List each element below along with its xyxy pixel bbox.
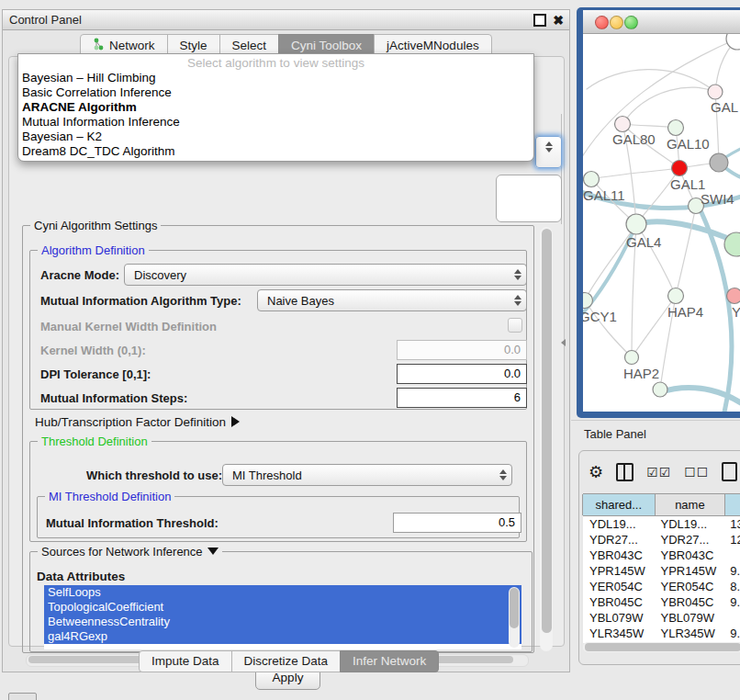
splitter-collapse-icon[interactable] bbox=[561, 339, 566, 346]
dropdown-item[interactable]: Bayesian – Hill Climbing bbox=[18, 71, 533, 85]
mi-threshold-label: Mutual Information Threshold: bbox=[46, 516, 219, 530]
network-node-gal[interactable] bbox=[708, 85, 723, 99]
mi-threshold-field[interactable]: 0.5 bbox=[393, 513, 521, 533]
mi-steps-field[interactable]: 6 bbox=[397, 388, 527, 408]
dropdown-item[interactable]: Dream8 DC_TDC Algorithm bbox=[18, 144, 533, 159]
deselect-all-checkboxes-icon[interactable]: ☐☐ bbox=[684, 465, 709, 480]
mi-algorithm-type-combo[interactable]: Naive Bayes bbox=[257, 289, 527, 311]
network-node-gal1[interactable] bbox=[672, 161, 688, 176]
threshold-definition-title: Threshold Definition bbox=[38, 435, 151, 448]
table-row[interactable]: YBR043CYBR043C bbox=[583, 548, 740, 563]
network-edge[interactable] bbox=[591, 168, 679, 179]
settings-scrollbar[interactable] bbox=[540, 227, 553, 651]
network-window-titlebar[interactable] bbox=[583, 10, 740, 34]
tab-label: Select bbox=[232, 39, 267, 52]
network-node-gal80[interactable] bbox=[615, 117, 631, 132]
node-label: SWI4 bbox=[701, 191, 734, 207]
node-label: GCY1 bbox=[583, 309, 617, 324]
table-cell: YDR27... bbox=[583, 532, 655, 548]
dropdown-item[interactable]: ARACNE Algorithm bbox=[18, 100, 533, 115]
table-cell: YER054C bbox=[583, 579, 655, 594]
which-threshold-value: MI Threshold bbox=[223, 469, 495, 482]
network-node-gal4[interactable] bbox=[626, 214, 646, 234]
aracne-mode-label: Aracne Mode: bbox=[40, 268, 119, 282]
attributes-scrollbar[interactable] bbox=[509, 587, 520, 648]
table-row[interactable]: YDL19...YDL19...13 bbox=[583, 516, 740, 532]
table-cell bbox=[723, 610, 740, 626]
table-row[interactable]: YDR27...YDR27...12 bbox=[583, 532, 740, 548]
table-cell: 9. bbox=[723, 626, 740, 641]
dropdown-item[interactable]: Bayesian – K2 bbox=[18, 130, 533, 144]
table-row[interactable]: YPR145WYPR145W9. bbox=[583, 563, 740, 579]
data-attributes-list[interactable]: SelfLoopsTopologicalCoefficientBetweenne… bbox=[44, 585, 521, 649]
network-node-gal10[interactable] bbox=[668, 120, 684, 136]
network-node[interactable] bbox=[726, 34, 740, 50]
float-panel-icon[interactable] bbox=[533, 14, 546, 27]
network-node-gcy1[interactable] bbox=[583, 293, 593, 309]
network-edge[interactable] bbox=[587, 70, 715, 92]
panel-divider[interactable] bbox=[571, 420, 740, 421]
attribute-item[interactable]: SelfLoops bbox=[44, 585, 521, 600]
attribute-item[interactable]: BetweennessCentrality bbox=[44, 615, 521, 629]
node-label: Y bbox=[732, 304, 740, 320]
dpi-tolerance-label: DPI Tolerance [0,1]: bbox=[40, 367, 151, 381]
manual-kernel-width-checkbox[interactable] bbox=[508, 318, 522, 333]
table-cell: 9. bbox=[723, 594, 740, 610]
column-header[interactable]: name bbox=[655, 494, 726, 515]
dpi-tolerance-field[interactable]: 0.0 bbox=[397, 364, 527, 384]
column-layout-icon[interactable] bbox=[616, 463, 633, 481]
attribute-item[interactable]: TopologicalCoefficient bbox=[44, 600, 521, 615]
data-attributes-label: Data Attributes bbox=[37, 570, 125, 583]
algorithm-dropdown-popup: Select algorithm to view settings Bayesi… bbox=[17, 53, 534, 162]
node-table: shared...name YDL19...YDL19...13YDR27...… bbox=[583, 493, 740, 643]
dropdown-item[interactable]: Basic Correlation Inference bbox=[18, 85, 533, 100]
network-node-hap2[interactable] bbox=[625, 351, 639, 365]
column-header[interactable] bbox=[724, 494, 740, 515]
hub-tf-definition-toggle[interactable]: Hub/Transcription Factor Definition bbox=[35, 415, 240, 429]
algorithm-dropdown-placeholder: Select algorithm to view settings bbox=[18, 54, 533, 71]
close-window-icon[interactable] bbox=[595, 16, 609, 29]
bottom-tab-impute-data[interactable]: Impute Data bbox=[139, 650, 232, 672]
network-edge[interactable] bbox=[622, 87, 715, 124]
expanded-arrow-icon bbox=[207, 548, 219, 555]
close-panel-icon[interactable]: ✖ bbox=[553, 15, 564, 26]
column-header[interactable]: shared... bbox=[582, 494, 656, 515]
bottom-tab-discretize-data[interactable]: Discretize Data bbox=[231, 650, 342, 672]
network-edge[interactable] bbox=[676, 206, 696, 296]
network-node-gal11[interactable] bbox=[584, 172, 600, 187]
table-cell: 12 bbox=[723, 532, 740, 548]
network-node-y[interactable] bbox=[727, 288, 740, 304]
which-threshold-combo[interactable]: MI Threshold bbox=[222, 464, 512, 486]
combo-spinner-icon bbox=[510, 295, 526, 306]
aracne-mode-combo[interactable]: Discovery bbox=[124, 264, 527, 286]
kernel-width-field[interactable]: 0.0 bbox=[397, 340, 527, 360]
collapsed-corner-widget[interactable] bbox=[8, 693, 37, 700]
table-settings-gear-icon[interactable]: ⚙ bbox=[589, 464, 603, 480]
control-panel-titlebar[interactable]: Control Panel ✖ bbox=[3, 10, 569, 30]
table-cell bbox=[723, 548, 740, 563]
table-cell: YBR043C bbox=[583, 548, 655, 563]
network-node[interactable] bbox=[653, 382, 667, 397]
zoom-window-icon[interactable] bbox=[624, 16, 638, 29]
algorithm-combo-arrow[interactable] bbox=[535, 136, 562, 168]
table-row[interactable]: YBR045CYBR045C9. bbox=[583, 594, 740, 610]
minimize-window-icon[interactable] bbox=[610, 16, 623, 29]
mi-steps-label: Mutual Information Steps: bbox=[40, 391, 187, 405]
manual-kernel-width-label: Manual Kernel Width Definition bbox=[40, 320, 217, 333]
network-canvas[interactable]: GALGAL80GAL10GAL1GAL11SWI4GAL4GCY1HAP4YH… bbox=[583, 34, 740, 412]
bottom-tab-infer-network[interactable]: Infer Network bbox=[340, 650, 439, 672]
table-panel-title: Table Panel bbox=[584, 427, 646, 441]
table-row[interactable]: YBL079WYBL079W bbox=[583, 610, 740, 626]
table-row[interactable]: YLR345WYLR345W9. bbox=[583, 626, 740, 641]
hub-tf-definition-label: Hub/Transcription Factor Definition bbox=[35, 415, 226, 429]
function-builder-icon[interactable] bbox=[722, 462, 737, 481]
table-row[interactable]: YER054CYER054C8. bbox=[583, 579, 740, 594]
tab-label: Cyni Toolbox bbox=[291, 39, 362, 52]
table-horizontal-scrollbar[interactable] bbox=[583, 642, 740, 652]
network-node-hap4[interactable] bbox=[668, 288, 684, 304]
attribute-item[interactable]: gal4RGexp bbox=[44, 629, 521, 644]
network-node[interactable] bbox=[710, 153, 728, 172]
table-body: YDL19...YDL19...13YDR27...YDR27...12YBR0… bbox=[583, 516, 740, 643]
dropdown-item[interactable]: Mutual Information Inference bbox=[18, 115, 533, 130]
select-all-checkboxes-icon[interactable]: ☑☑ bbox=[646, 465, 671, 480]
